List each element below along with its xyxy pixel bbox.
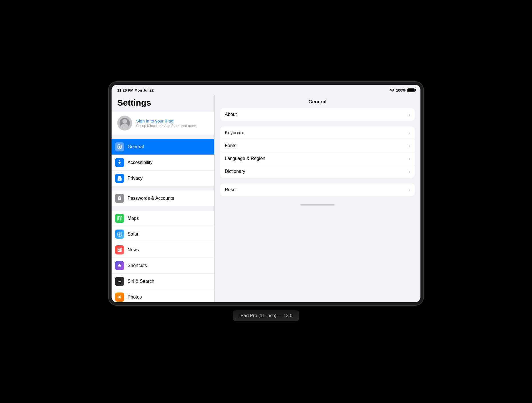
sidebar-item-siri[interactable]: Siri & Search [112, 274, 214, 289]
sidebar-item-shortcuts-label: Shortcuts [128, 263, 210, 268]
sidebar-item-safari-label: Safari [128, 232, 210, 237]
main-content: Settings Sign in to your iPad Set up iCl… [112, 95, 420, 302]
sidebar-item-shortcuts[interactable]: Shortcuts [112, 258, 214, 274]
battery-icon [407, 88, 415, 92]
home-bar [300, 204, 335, 206]
settings-card-reset: Reset › [220, 183, 415, 196]
status-time: 11:26 PM Mon Jul 22 [117, 88, 154, 92]
device-label: iPad Pro (11-inch) — 13.0 [233, 310, 299, 321]
chevron-fonts: › [409, 143, 410, 148]
settings-group-accounts: Passwords & Accounts [112, 191, 214, 206]
profile-section[interactable]: Sign in to your iPad Set up iCloud, the … [112, 112, 214, 135]
row-fonts[interactable]: Fonts › [220, 139, 415, 152]
shortcuts-icon [115, 261, 124, 270]
chevron-reset: › [409, 187, 410, 192]
sidebar-item-privacy[interactable]: Privacy [112, 171, 214, 186]
profile-text: Sign in to your iPad Set up iCloud, the … [136, 118, 209, 128]
status-right: 100% [390, 88, 415, 92]
maps-icon [115, 214, 124, 223]
sidebar: Settings Sign in to your iPad Set up iCl… [112, 95, 215, 302]
sidebar-item-maps[interactable]: Maps [112, 211, 214, 226]
panel-content: About › Keyboard › Fonts [215, 108, 420, 196]
status-bar: 11:26 PM Mon Jul 22 100% [112, 85, 420, 95]
svg-point-0 [119, 160, 120, 161]
chevron-dictionary: › [409, 169, 410, 174]
row-language[interactable]: Language & Region › [220, 152, 415, 165]
row-dictionary[interactable]: Dictionary › [220, 165, 415, 178]
sidebar-item-siri-label: Siri & Search [128, 279, 210, 284]
chevron-keyboard: › [409, 131, 410, 135]
gear-icon [115, 142, 124, 151]
sidebar-item-privacy-label: Privacy [128, 176, 210, 181]
safari-icon [115, 230, 124, 239]
sidebar-item-accessibility-label: Accessibility [128, 160, 210, 165]
sidebar-item-passwords-label: Passwords & Accounts [128, 196, 210, 201]
battery-fill [408, 89, 414, 92]
chevron-about: › [409, 112, 410, 117]
wifi-icon [390, 88, 394, 92]
sidebar-item-photos-label: Photos [128, 295, 210, 300]
sidebar-item-general-label: General [128, 144, 210, 149]
passwords-icon [115, 194, 124, 203]
right-panel: General About › K [215, 95, 420, 302]
panel-header: General [215, 95, 420, 108]
settings-group-system: General Accessibility [112, 139, 214, 186]
chevron-language: › [409, 156, 410, 161]
outer-wrapper: 11:26 PM Mon Jul 22 100% [109, 82, 423, 321]
settings-group-apps: Maps Safari [112, 211, 214, 302]
avatar [117, 116, 132, 131]
sidebar-item-news[interactable]: News [112, 242, 214, 258]
row-dictionary-label: Dictionary [225, 169, 409, 174]
sidebar-item-general[interactable]: General [112, 139, 214, 155]
settings-card-about: About › [220, 108, 415, 121]
row-about[interactable]: About › [220, 108, 415, 121]
sidebar-item-accessibility[interactable]: Accessibility [112, 155, 214, 171]
sidebar-item-maps-label: Maps [128, 216, 210, 221]
news-icon [115, 245, 124, 254]
accessibility-icon [115, 158, 124, 167]
row-keyboard-label: Keyboard [225, 130, 409, 135]
photos-icon [115, 293, 124, 302]
siri-icon [115, 277, 124, 286]
sidebar-item-safari[interactable]: Safari [112, 226, 214, 242]
home-indicator [215, 202, 420, 208]
ipad-screen: 11:26 PM Mon Jul 22 100% [112, 85, 420, 302]
row-fonts-label: Fonts [225, 143, 409, 148]
privacy-icon [115, 174, 124, 183]
panel-title: General [308, 99, 326, 104]
sidebar-item-photos[interactable]: Photos [112, 289, 214, 302]
row-reset[interactable]: Reset › [220, 183, 415, 196]
row-language-label: Language & Region [225, 156, 409, 161]
row-keyboard[interactable]: Keyboard › [220, 127, 415, 139]
status-left: 11:26 PM Mon Jul 22 [117, 88, 154, 93]
row-reset-label: Reset [225, 187, 409, 192]
battery-percent: 100% [396, 88, 406, 92]
sidebar-title: Settings [112, 95, 214, 112]
row-about-label: About [225, 112, 409, 117]
profile-signin-label: Sign in to your iPad [136, 118, 209, 123]
avatar-image [120, 118, 130, 128]
profile-subtitle: Set up iCloud, the App Store, and more. [136, 124, 209, 128]
sidebar-item-news-label: News [128, 247, 210, 252]
sidebar-item-passwords[interactable]: Passwords & Accounts [112, 191, 214, 206]
settings-card-input: Keyboard › Fonts › Language & Region › [220, 127, 415, 178]
ipad-frame: 11:26 PM Mon Jul 22 100% [109, 82, 423, 305]
svg-point-3 [118, 296, 121, 298]
